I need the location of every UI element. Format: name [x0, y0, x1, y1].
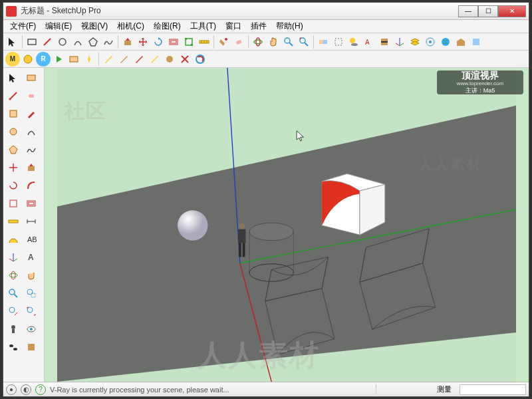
- close-button[interactable]: ✕: [498, 5, 526, 17]
- 3dtext-tool-icon[interactable]: A: [23, 249, 40, 266]
- section-tool-icon[interactable]: [23, 338, 40, 356]
- pan-icon[interactable]: [266, 35, 281, 49]
- zoom-tool-icon[interactable]: [5, 285, 22, 302]
- menu-camera[interactable]: 相机(C): [113, 20, 148, 33]
- offset-icon[interactable]: [23, 195, 40, 212]
- outliner-icon[interactable]: [423, 35, 438, 49]
- select-icon[interactable]: [5, 69, 22, 86]
- freehand-icon[interactable]: [101, 35, 116, 49]
- toolbar-separator: [22, 35, 23, 49]
- svg-rect-98: [243, 243, 245, 257]
- viewport-3d[interactable]: 顶渲视界 www.toprender.com 主讲：Ma5 社区 人人素材 人人…: [45, 68, 529, 382]
- eraser-icon[interactable]: [23, 87, 40, 104]
- menu-file[interactable]: 文件(F): [6, 20, 40, 33]
- circle-icon[interactable]: [5, 123, 22, 140]
- scale-icon[interactable]: [5, 195, 22, 212]
- tool-icon[interactable]: [116, 52, 131, 66]
- rotate-icon[interactable]: [151, 35, 166, 49]
- zoom-window-icon[interactable]: [23, 285, 40, 302]
- svg-marker-34: [411, 41, 419, 45]
- vray-material-icon[interactable]: M: [5, 52, 20, 66]
- scene-canvas[interactable]: [45, 68, 529, 382]
- group-icon[interactable]: [331, 35, 346, 49]
- look-around-icon[interactable]: [23, 321, 40, 338]
- tape-icon[interactable]: [197, 35, 211, 49]
- position-camera-icon[interactable]: [5, 321, 22, 338]
- layers-icon[interactable]: [408, 35, 422, 49]
- shadows-icon[interactable]: [346, 35, 361, 49]
- line-icon[interactable]: [40, 35, 55, 49]
- axes-icon[interactable]: [392, 35, 407, 49]
- menu-help[interactable]: 帮助(H): [272, 20, 307, 33]
- vray-rt-icon[interactable]: [51, 52, 66, 66]
- zoom-extents-tool-icon[interactable]: [23, 303, 40, 320]
- text-icon[interactable]: ABC: [23, 231, 40, 248]
- status-user-icon[interactable]: ◐: [21, 384, 31, 395]
- orbit-tool-icon[interactable]: [5, 267, 22, 284]
- titlebar: 无标题 - SketchUp Pro — ☐ ✕: [3, 3, 529, 20]
- 3dtext-icon[interactable]: A: [362, 35, 376, 49]
- svg-point-81: [30, 328, 33, 331]
- axes-tool-icon[interactable]: [5, 249, 22, 266]
- pan-tool-icon[interactable]: [23, 267, 40, 284]
- line-icon[interactable]: [5, 87, 22, 104]
- move-icon[interactable]: [5, 159, 22, 176]
- menu-tools[interactable]: 工具(T): [186, 20, 220, 33]
- arc-icon[interactable]: [70, 35, 85, 49]
- maximize-button[interactable]: ☐: [478, 5, 498, 17]
- arc-icon[interactable]: [23, 123, 40, 140]
- rotate-icon[interactable]: [5, 177, 22, 194]
- orbit-icon[interactable]: [251, 35, 265, 49]
- scale-icon[interactable]: [182, 35, 196, 49]
- freehand-icon[interactable]: [23, 141, 40, 158]
- pencil-icon[interactable]: [23, 105, 40, 122]
- sphere-icon[interactable]: [162, 52, 177, 66]
- measure-label: 测量: [376, 384, 456, 394]
- tool-icon[interactable]: [178, 52, 192, 66]
- vray-options-icon[interactable]: [21, 52, 35, 66]
- status-info-icon[interactable]: ●: [6, 384, 17, 395]
- polygon-icon[interactable]: [5, 141, 22, 158]
- square-icon[interactable]: [5, 105, 22, 122]
- vray-logo-icon[interactable]: [193, 52, 207, 66]
- walk-icon[interactable]: [5, 338, 22, 356]
- svg-rect-96: [238, 229, 245, 243]
- pushpull-icon[interactable]: [23, 159, 40, 176]
- minimize-button[interactable]: —: [458, 5, 478, 17]
- rectangle-icon[interactable]: [23, 69, 40, 86]
- menu-view[interactable]: 视图(V): [77, 20, 112, 33]
- protractor-icon[interactable]: [5, 231, 22, 248]
- menu-plugins[interactable]: 插件: [247, 20, 271, 33]
- tape-icon[interactable]: [5, 213, 22, 230]
- zoom-icon[interactable]: [281, 35, 296, 49]
- vray-render-icon[interactable]: R: [36, 52, 51, 66]
- vray-frame-icon[interactable]: [66, 52, 81, 66]
- pushpull-icon[interactable]: [120, 35, 135, 49]
- status-help-icon[interactable]: ?: [35, 384, 46, 395]
- select-icon[interactable]: [5, 35, 20, 49]
- warehouse-icon[interactable]: [454, 35, 468, 49]
- extension-icon[interactable]: [469, 35, 483, 49]
- dimension-icon[interactable]: [23, 213, 40, 230]
- tool-icon[interactable]: [101, 52, 116, 66]
- earth-icon[interactable]: [438, 35, 453, 49]
- rectangle-icon[interactable]: [25, 35, 39, 49]
- circle-icon[interactable]: [55, 35, 70, 49]
- polygon-icon[interactable]: [86, 35, 100, 49]
- component-icon[interactable]: [316, 35, 331, 49]
- measure-input[interactable]: [460, 384, 526, 395]
- vray-help-icon[interactable]: [82, 52, 96, 66]
- move-icon[interactable]: [136, 35, 150, 49]
- menu-draw[interactable]: 绘图(R): [150, 20, 185, 33]
- eraser-icon[interactable]: [231, 35, 246, 49]
- zoom-extents-icon[interactable]: [297, 35, 311, 49]
- tool-icon[interactable]: [147, 52, 162, 66]
- paint-icon[interactable]: [216, 35, 231, 49]
- section-icon[interactable]: [377, 35, 392, 49]
- previous-icon[interactable]: [5, 303, 22, 320]
- followme-icon[interactable]: [23, 177, 40, 194]
- offset-icon[interactable]: [166, 35, 181, 49]
- tool-icon[interactable]: [132, 52, 146, 66]
- menu-window[interactable]: 窗口: [221, 20, 245, 33]
- menu-edit[interactable]: 编辑(E): [41, 20, 76, 33]
